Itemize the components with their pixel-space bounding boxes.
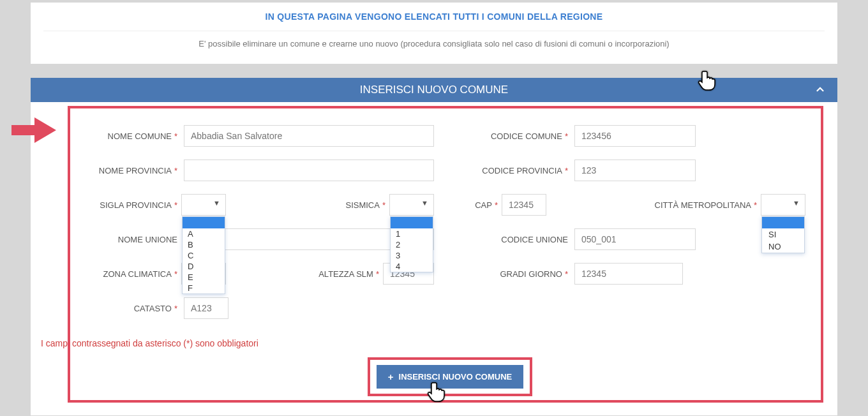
input-gradi-giorno[interactable] — [574, 263, 683, 285]
label-cap: CAP* — [460, 200, 498, 210]
field-codice-provincia: CODICE PROVINCIA* — [460, 160, 805, 181]
dropdown-sigla[interactable]: A B C D E F — [182, 216, 225, 294]
dropdown-option[interactable]: C — [183, 250, 225, 261]
dropdown-option[interactable]: E — [183, 272, 225, 283]
dropdown-option[interactable]: NO — [762, 241, 804, 253]
page-subtitle: E' possibile eliminare un comune e crear… — [43, 39, 825, 48]
input-nome-provincia[interactable] — [184, 160, 434, 181]
field-nome-comune: NOME COMUNE* — [88, 125, 434, 147]
label-gradi-giorno: GRADI GIORNO* — [460, 269, 568, 279]
label-citta-metro: CITTÀ METROPOLITANA* — [655, 200, 758, 210]
accordion-header[interactable]: INSERISCI NUOVO COMUNE — [31, 78, 837, 102]
submit-highlight-frame: + INSERISCI NUOVO COMUNE — [368, 357, 532, 396]
field-gradi-giorno: GRADI GIORNO* — [460, 263, 805, 285]
field-nome-provincia: NOME PROVINCIA* — [88, 160, 434, 181]
required-hint: I campi contrassegnati da asterisco (*) … — [41, 338, 831, 348]
field-cap-metro: CAP* CITTÀ METROPOLITANA* ▼ SI NO — [460, 194, 805, 216]
page-title: IN QUESTA PAGINA VENGONO ELENCATI TUTTI … — [43, 11, 825, 22]
input-nome-comune[interactable] — [184, 125, 434, 147]
select-citta-metro[interactable]: ▼ SI NO — [761, 194, 805, 216]
label-catasto: CATASTO* — [88, 304, 177, 313]
form-panel: NOME COMUNE* CODICE COMUNE* NOME PROVINC… — [31, 102, 837, 415]
label-codice-unione: CODICE UNIONE — [460, 235, 568, 244]
dropdown-blank-option[interactable] — [183, 217, 225, 228]
accordion-title: INSERISCI NUOVO COMUNE — [360, 84, 508, 96]
header-panel: IN QUESTA PAGINA VENGONO ELENCATI TUTTI … — [31, 3, 837, 64]
chevron-up-icon — [814, 84, 826, 98]
label-sismica: SISMICA* — [345, 200, 385, 210]
select-sigla-provincia[interactable]: ▼ A B C D E F — [181, 194, 226, 216]
input-codice-provincia[interactable] — [574, 160, 696, 181]
cursor-hand-icon — [697, 69, 719, 96]
dropdown-blank-option[interactable] — [762, 217, 804, 228]
dropdown-option[interactable]: D — [183, 261, 225, 272]
dropdown-option[interactable]: A — [183, 228, 225, 239]
label-codice-provincia: CODICE PROVINCIA* — [460, 166, 568, 175]
input-catasto[interactable] — [184, 297, 228, 319]
label-altezza-slm: ALTEZZA SLM* — [318, 269, 379, 279]
field-zona-altezza: ZONA CLIMATICA* ▼ ALTEZZA SLM* — [88, 263, 434, 285]
field-sigla-sismica: SIGLA PROVINCIA* ▼ A B C D E F — [88, 194, 434, 216]
label-sigla-provincia: SIGLA PROVINCIA* — [88, 200, 177, 210]
dropdown-option[interactable]: SI — [762, 228, 804, 241]
field-nome-unione: NOME UNIONE — [88, 228, 434, 250]
label-nome-provincia: NOME PROVINCIA* — [88, 166, 177, 175]
label-codice-comune: CODICE COMUNE* — [460, 131, 568, 141]
field-catasto: CATASTO* — [88, 297, 434, 319]
label-nome-unione: NOME UNIONE — [88, 235, 177, 244]
dropdown-option[interactable]: 1 — [391, 228, 433, 239]
submit-button[interactable]: + INSERISCI NUOVO COMUNE — [377, 365, 523, 389]
plus-icon: + — [388, 371, 394, 382]
divider — [43, 31, 825, 31]
label-zona-climatica: ZONA CLIMATICA* — [88, 269, 177, 279]
select-sismica[interactable]: ▼ 1 2 3 4 — [389, 194, 434, 216]
input-codice-unione[interactable] — [574, 228, 696, 250]
arrow-right-icon — [11, 117, 56, 145]
dropdown-metro[interactable]: SI NO — [761, 216, 805, 253]
label-nome-comune: NOME COMUNE* — [88, 131, 177, 141]
dropdown-option[interactable]: F — [183, 283, 225, 293]
dropdown-option[interactable]: 4 — [391, 261, 433, 272]
submit-label: INSERISCI NUOVO COMUNE — [399, 372, 513, 382]
input-cap[interactable] — [502, 194, 546, 216]
field-codice-comune: CODICE COMUNE* — [460, 125, 805, 147]
dropdown-option[interactable]: B — [183, 239, 225, 250]
field-codice-unione: CODICE UNIONE — [460, 228, 805, 250]
input-codice-comune[interactable] — [574, 125, 696, 147]
dropdown-option[interactable]: 2 — [391, 239, 433, 250]
dropdown-blank-option[interactable] — [391, 217, 433, 228]
dropdown-sismica[interactable]: 1 2 3 4 — [390, 216, 433, 272]
dropdown-option[interactable]: 3 — [391, 250, 433, 261]
